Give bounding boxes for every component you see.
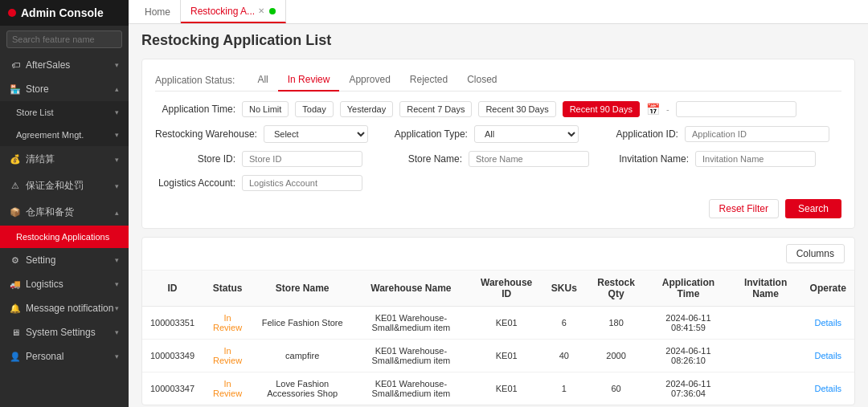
cell-operate: Details [802,307,854,340]
status-tab-all[interactable]: All [248,69,277,92]
chevron-down-icon: ▾ [115,280,119,288]
table-body: 100003351 In Review Felice Fashion Store… [142,307,854,405]
time-yesterday-btn[interactable]: Yesterday [340,101,394,117]
sidebar-item-personal[interactable]: 👤 Personal ▾ [0,344,129,368]
table-row: 100003351 In Review Felice Fashion Store… [142,307,854,340]
tab-restocking[interactable]: Restocking A... ✕ [181,0,286,23]
store-id-input[interactable] [242,151,362,167]
setting-icon: ⚙ [10,254,21,266]
cell-status: In Review [203,307,252,340]
status-tabs: Application Status: All In Review Approv… [155,69,841,92]
tab-home-label: Home [145,6,170,18]
store-name-input[interactable] [469,151,589,167]
main-area: Home Restocking A... ✕ Restocking Applic… [129,0,868,407]
sidebar-label-system: System Settings [26,327,96,338]
app-type-label: Application Type: [387,128,468,140]
sidebar-label-restocking-apps: Restocking Applications [16,232,109,242]
invitation-name-input[interactable] [695,151,816,167]
sidebar-title: Admin Console [21,6,104,19]
aftersales-icon: 🏷 [10,59,21,71]
data-table: ID Status Store Name Warehouse Name Ware… [142,271,854,405]
status-tab-in-review[interactable]: In Review [278,69,340,92]
sidebar-item-agreement[interactable]: Agreement Mngt. ▾ [0,124,129,146]
details-link[interactable]: Details [814,384,841,393]
warehouse-icon: 📦 [10,207,21,218]
time-7days-btn[interactable]: Recent 7 Days [399,101,472,117]
sidebar-item-qingsuanfee[interactable]: 💰 清结算 ▾ [0,146,129,173]
sidebar-item-aftersales[interactable]: 🏷 AfterSales ▾ [0,53,129,77]
sidebar-item-bond[interactable]: ⚠ 保证金和处罚 ▾ [0,173,129,199]
personal-icon: 👤 [10,351,21,362]
app-id-input[interactable] [685,126,829,142]
cell-status: In Review [203,372,252,405]
logistics-input[interactable] [242,175,362,191]
store-row: Store ID: Store Name: Invitation Name: [155,151,841,167]
active-dot [269,8,276,14]
app-id-label: Application ID: [598,128,678,140]
time-30days-btn[interactable]: Recent 30 Days [478,101,555,117]
sidebar-item-restocking-apps[interactable]: Restocking Applications [0,226,129,248]
time-today-btn[interactable]: Today [295,101,333,117]
sidebar-item-message[interactable]: 🔔 Message notification ▾ [0,296,129,320]
calendar-icon[interactable]: 📅 [646,103,660,116]
date-end-input[interactable] [676,101,796,117]
status-tab-rejected[interactable]: Rejected [400,69,457,92]
search-button[interactable]: Search [785,199,841,218]
cell-invitation [730,307,802,340]
col-status: Status [203,271,252,307]
search-input[interactable] [6,31,122,48]
cell-store-name: Felice Fashion Store [252,307,352,340]
sidebar-item-setting[interactable]: ⚙ Setting ▾ [0,248,129,272]
cell-app-time: 2024-06-11 07:36:04 [647,372,729,405]
cell-id: 100003351 [142,307,203,340]
sidebar-label-aftersales: AfterSales [26,59,70,71]
warehouse-select[interactable]: Select [264,125,368,143]
cell-skus: 6 [543,307,585,340]
table-row: 100003347 In Review Love Fashion Accesso… [142,372,854,405]
status-tab-closed[interactable]: Closed [457,69,506,92]
sidebar-header: Admin Console [0,0,129,26]
time-no-limit-btn[interactable]: No Limit [242,101,289,117]
sidebar-label-setting: Setting [26,254,55,266]
sidebar-item-store-list[interactable]: Store List ▾ [0,101,129,124]
cell-warehouse-name: KE01 Warehouse-Small&medium item [352,340,469,372]
cell-warehouse-id: KE01 [470,307,543,340]
sidebar-item-store[interactable]: 🏪 Store ▴ [0,77,129,101]
sidebar-item-system[interactable]: 🖥 System Settings ▾ [0,320,129,344]
details-link[interactable]: Details [814,351,841,360]
sidebar-search-container [0,26,129,53]
store-name-label: Store Name: [382,153,462,165]
sidebar-item-logistics[interactable]: 🚚 Logistics ▾ [0,272,129,296]
cell-invitation [730,340,802,372]
cell-operate: Details [802,372,854,405]
sidebar-label-qingsuanfee: 清结算 [26,153,55,166]
app-type-select[interactable]: All [474,125,579,143]
cell-app-time: 2024-06-11 08:41:59 [647,307,729,340]
columns-button[interactable]: Columns [786,244,845,263]
reset-filter-button[interactable]: Reset Filter [709,199,779,218]
cell-status: In Review [203,340,252,372]
chevron-up-icon: ▴ [115,85,119,93]
cell-restock-qty: 60 [585,372,647,405]
close-icon[interactable]: ✕ [258,6,264,15]
chevron-down-icon: ▾ [115,182,119,190]
brand-dot [8,9,16,17]
page-title: Restocking Application List [141,32,855,49]
logistics-label: Logistics Account: [155,177,235,189]
sidebar-item-warehouse[interactable]: 📦 仓库和备货 ▴ [0,199,129,226]
store-id-label: Store ID: [155,153,235,165]
chevron-down-icon: ▾ [115,328,119,336]
cell-skus: 1 [543,372,585,405]
tab-home[interactable]: Home [135,0,181,23]
warehouse-label: Restocking Warehouse: [155,128,257,140]
time-90days-btn[interactable]: Recent 90 Days [563,101,640,117]
details-link[interactable]: Details [814,318,841,328]
chevron-down-icon: ▾ [115,352,119,360]
sidebar-label-personal: Personal [26,351,63,362]
status-tab-approved[interactable]: Approved [339,69,399,92]
sidebar: Admin Console 🏷 AfterSales ▾ 🏪 Store ▴ S… [0,0,129,407]
cell-store-name: Love Fashion Accessories Shop [252,372,352,405]
cell-id: 100003349 [142,340,203,372]
app-time-label: Application Time: [155,104,235,115]
cell-restock-qty: 180 [585,307,647,340]
